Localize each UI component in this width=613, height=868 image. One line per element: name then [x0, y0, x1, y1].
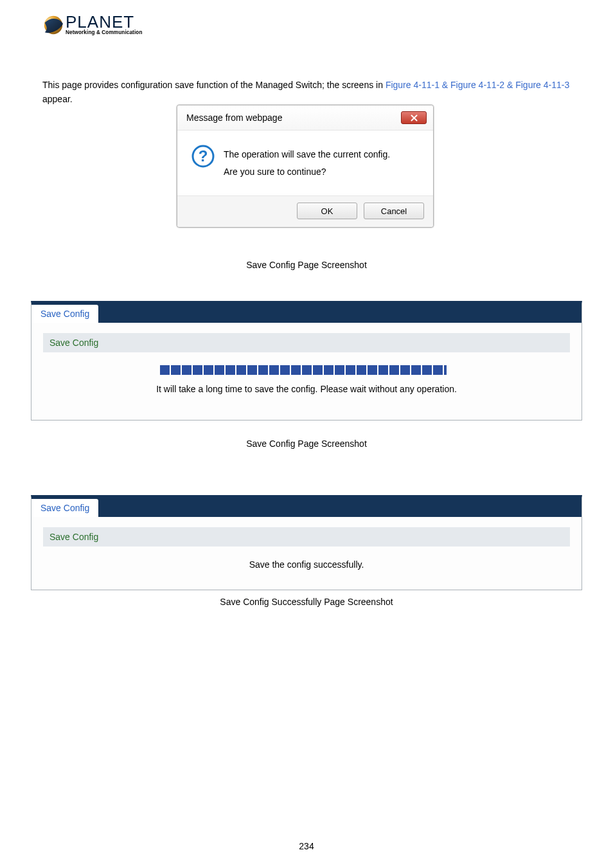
dialog-titlebar: Message from webpage: [177, 105, 433, 130]
intro-paragraph: This page provides configuration save fu…: [42, 78, 571, 106]
caption-3: Save Config Successfully Page Screenshot: [0, 597, 613, 607]
dialog-line2: Are you sure to continue?: [224, 163, 390, 181]
globe-icon: [42, 14, 64, 36]
caption-1: Save Config Page Screenshot: [0, 260, 613, 270]
save-config-progress-panel: Save Config Save Config It will take a l…: [31, 301, 582, 420]
success-message: Save the config successfully.: [44, 559, 569, 570]
page-number: 234: [0, 841, 613, 851]
dialog-message: The operation will save the current conf…: [224, 145, 390, 180]
intro-post: appear.: [42, 94, 73, 104]
caption-2: Save Config Page Screenshot: [0, 439, 613, 449]
svg-text:?: ?: [199, 147, 208, 165]
logo-subtitle: Networking & Communication: [66, 30, 143, 35]
tab-bar: Save Config: [31, 303, 582, 323]
save-config-success-panel: Save Config Save Config Save the config …: [31, 495, 582, 590]
question-icon: ?: [191, 145, 215, 168]
close-button[interactable]: [401, 111, 427, 124]
confirm-dialog: Message from webpage ? The operation wil…: [177, 105, 434, 228]
progress-message: It will take a long time to save the con…: [44, 384, 569, 394]
tab-save-config[interactable]: Save Config: [31, 305, 98, 323]
tab-bar: Save Config: [31, 498, 582, 517]
dialog-title: Message from webpage: [186, 113, 282, 123]
figure-link: Figure 4-11-1 & Figure 4-11-2 & Figure 4…: [386, 80, 569, 90]
brand-logo: PLANET Networking & Communication: [42, 14, 143, 36]
dialog-line1: The operation will save the current conf…: [224, 146, 390, 163]
close-icon: [410, 114, 418, 122]
intro-pre: This page provides configuration save fu…: [42, 80, 386, 90]
section-header: Save Config: [43, 333, 570, 352]
progress-bar: [160, 365, 454, 375]
tab-save-config[interactable]: Save Config: [31, 499, 98, 517]
ok-button[interactable]: OK: [297, 203, 357, 219]
cancel-button[interactable]: Cancel: [364, 203, 424, 219]
logo-name: PLANET: [66, 15, 143, 30]
section-header: Save Config: [43, 527, 570, 547]
